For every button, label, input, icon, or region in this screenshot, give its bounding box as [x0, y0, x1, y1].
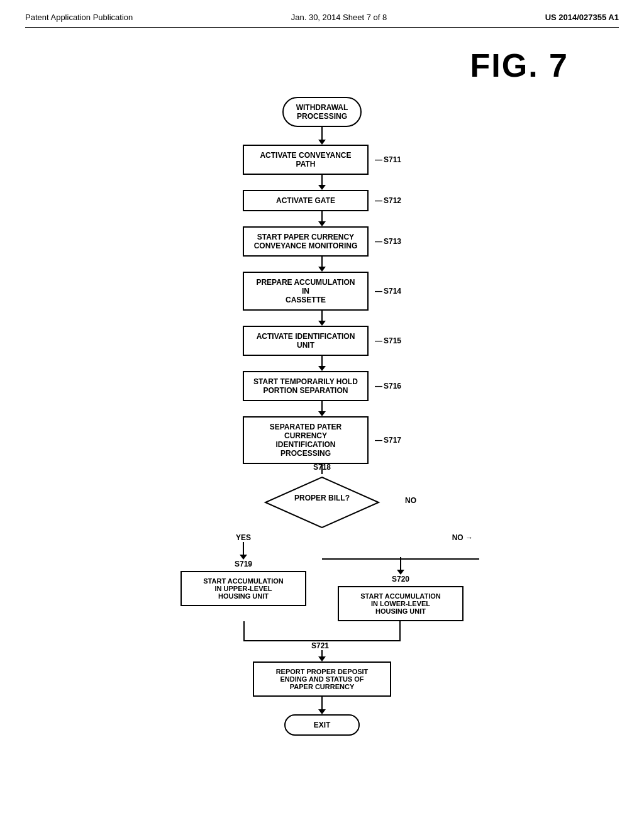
- connector-2: [321, 175, 323, 185]
- step-s716: START TEMPORARILY HOLDPORTION SEPARATION: [243, 371, 369, 401]
- step-s719: START ACCUMULATIONIN UPPER-LEVELHOUSING …: [180, 571, 306, 606]
- no-label: NO: [405, 496, 416, 505]
- end-node: EXIT: [284, 714, 360, 736]
- merge-right-v: [399, 621, 401, 640]
- step-s714: PREPARE ACCUMULATION INCASSETTE: [243, 272, 369, 311]
- flowchart: WITHDRAWALPROCESSING ACTIVATE CONVEYANCE…: [146, 84, 498, 736]
- step-s715: ACTIVATE IDENTIFICATIONUNIT: [243, 326, 369, 356]
- merge-left-v: [243, 621, 245, 640]
- step-s712-container: ACTIVATE GATE S712: [146, 190, 498, 211]
- diamond-shape: PROPER BILL?: [259, 474, 385, 531]
- arrow-3: [318, 221, 326, 226]
- start-label: WITHDRAWALPROCESSING: [282, 97, 362, 127]
- arrow-7: [318, 411, 326, 416]
- branch-horizontal: YES S719 START ACCUMULATIONIN UPPER-LEVE…: [165, 531, 479, 621]
- arrow-1: [318, 140, 326, 145]
- step-s711-container: ACTIVATE CONVEYANCEPATH S711: [146, 145, 498, 175]
- arrow-2: [318, 185, 326, 190]
- svg-text:PROPER BILL?: PROPER BILL?: [294, 494, 350, 502]
- step-s716-container: START TEMPORARILY HOLDPORTION SEPARATION…: [146, 371, 498, 401]
- label-s719: S719: [235, 560, 252, 568]
- step-s717-container: SEPARATED PATER CURRENCYIDENTIFICATION P…: [146, 416, 498, 464]
- step-s713-container: START PAPER CURRENCYCONVEYANCE MONITORIN…: [146, 226, 498, 257]
- header-right: US 2014/027355 A1: [545, 13, 619, 22]
- step-s721-area: S721: [311, 641, 333, 650]
- label-s720: S720: [392, 575, 409, 584]
- fig-title-container: FIG. 7: [25, 47, 619, 84]
- label-s721: S721: [311, 641, 329, 650]
- merge-area: [165, 621, 479, 640]
- connector-4: [321, 257, 323, 267]
- yes-arrow: [240, 555, 247, 560]
- label-s717: S717: [375, 436, 401, 445]
- merge-h: [243, 640, 401, 641]
- label-s711: S711: [375, 155, 401, 164]
- no-side: NO → S720 START ACCUMULATIONIN LOWER-LEV…: [322, 531, 479, 621]
- no-arrow: [397, 570, 404, 575]
- no-line-h: [322, 558, 479, 560]
- yes-connector: [243, 542, 244, 555]
- start-node: WITHDRAWALPROCESSING: [282, 97, 362, 127]
- yes-text: YES: [236, 533, 251, 542]
- label-s713: S713: [375, 237, 401, 246]
- connector-3: [321, 211, 323, 221]
- arrow-4: [318, 267, 326, 272]
- step-s720: START ACCUMULATIONIN LOWER-LEVELHOUSING …: [338, 586, 464, 621]
- content: FIG. 7 WITHDRAWALPROCESSING ACTIVATE CON…: [25, 47, 619, 736]
- step-s717: SEPARATED PATER CURRENCYIDENTIFICATION P…: [243, 416, 369, 464]
- step-s712: ACTIVATE GATE: [243, 190, 369, 211]
- step-s721: REPORT PROPER DEPOSITENDING AND STATUS O…: [253, 661, 391, 697]
- yes-side: YES S719 START ACCUMULATIONIN UPPER-LEVE…: [165, 531, 322, 606]
- connector-exit: [321, 697, 323, 709]
- label-s715: S715: [375, 336, 401, 345]
- page: Patent Application Publication Jan. 30, …: [0, 0, 644, 830]
- step-s715-container: ACTIVATE IDENTIFICATIONUNIT S715: [146, 326, 498, 356]
- branch-area: YES S719 START ACCUMULATIONIN UPPER-LEVE…: [165, 531, 479, 736]
- connector-1: [321, 127, 323, 140]
- label-s718: S718: [313, 463, 331, 472]
- step-s714-container: PREPARE ACCUMULATION INCASSETTE S714: [146, 272, 498, 311]
- connector-5: [321, 311, 323, 321]
- label-s714: S714: [375, 287, 401, 296]
- yes-branch: YES S719 START ACCUMULATIONIN UPPER-LEVE…: [165, 531, 479, 640]
- no-text: NO →: [452, 533, 473, 542]
- header-left: Patent Application Publication: [25, 13, 133, 22]
- label-s712: S712: [375, 196, 401, 205]
- arrow-exit: [318, 709, 326, 714]
- fig-title: FIG. 7: [470, 47, 569, 84]
- connector-6: [321, 356, 323, 366]
- header-center: Jan. 30, 2014 Sheet 7 of 8: [291, 13, 387, 22]
- svg-marker-0: [265, 477, 379, 528]
- decision-container: S718 PROPER BILL? NO: [259, 474, 385, 531]
- arrow-5: [318, 321, 326, 326]
- connector-s721-top: [321, 650, 323, 656]
- label-s716: S716: [375, 382, 401, 390]
- step-s713: START PAPER CURRENCYCONVEYANCE MONITORIN…: [243, 226, 369, 257]
- step-s711: ACTIVATE CONVEYANCEPATH: [243, 145, 369, 175]
- arrow-6: [318, 366, 326, 371]
- connector-7: [321, 401, 323, 411]
- header: Patent Application Publication Jan. 30, …: [25, 13, 619, 28]
- arrow-s721: [318, 656, 326, 661]
